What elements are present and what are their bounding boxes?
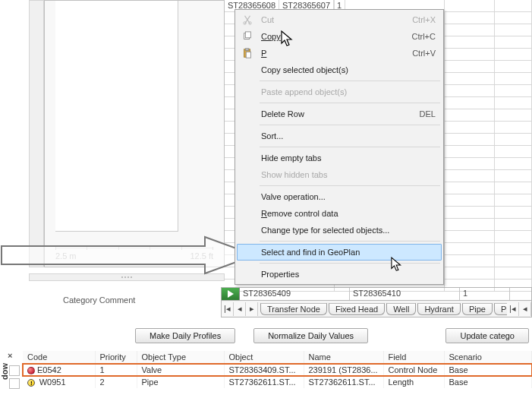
row-handle[interactable] bbox=[9, 378, 20, 389]
th-field[interactable]: Field bbox=[383, 351, 444, 364]
cell-priority: 1 bbox=[95, 364, 137, 377]
ctx-copy-selected[interactable]: Copy selected object(s) bbox=[237, 62, 442, 78]
splitter[interactable] bbox=[29, 273, 225, 281]
ctx-delete-row[interactable]: Delete Row DEL bbox=[237, 106, 442, 122]
ctx-cut-shortcut: Ctrl+X bbox=[412, 15, 436, 24]
ctx-delete-row-label: Delete Row bbox=[261, 109, 304, 118]
ruler-left-label: 2.5 m bbox=[55, 251, 77, 261]
tab-well[interactable]: Well bbox=[386, 303, 416, 315]
ctx-hide-empty-tabs[interactable]: Hide empty tabs bbox=[237, 150, 442, 166]
results-table: Code Priority Object Type Object Name Fi… bbox=[23, 351, 532, 388]
cell-code: E0542 bbox=[37, 365, 61, 374]
ctx-paste-label: P bbox=[261, 49, 266, 58]
ctx-cut-label: Cut bbox=[261, 15, 274, 24]
tab-nav-next[interactable]: ▸ bbox=[246, 302, 258, 316]
ctx-select-find-geoplan[interactable]: Select and find in GeoPlan bbox=[237, 244, 442, 261]
table-header-row: Code Priority Object Type Object Name Fi… bbox=[23, 351, 532, 364]
tabs-row: |◂ ◂ ▸ Transfer Node Fixed Head Well Hyd… bbox=[221, 301, 532, 317]
paste-icon bbox=[241, 46, 254, 60]
cell-name: 239191 (ST2836... bbox=[304, 364, 383, 377]
ctx-cut: Cut Ctrl+X bbox=[237, 11, 442, 28]
separator bbox=[260, 81, 440, 81]
docked-window-label: dow bbox=[0, 363, 9, 380]
ctx-show-hidden-label: Show hidden tabs bbox=[261, 170, 327, 179]
left-gutter bbox=[29, 0, 44, 267]
svg-rect-5 bbox=[245, 49, 248, 51]
tab-nav-next2[interactable]: ◂ bbox=[519, 302, 531, 316]
tabs-container: Transfer Node Fixed Head Well Hydrant Pi… bbox=[258, 302, 507, 315]
play-button[interactable] bbox=[222, 288, 240, 300]
ctx-sort[interactable]: Sort... bbox=[237, 128, 442, 144]
cell-object: ST28363409.ST... bbox=[224, 364, 304, 377]
th-scenario[interactable]: Scenario bbox=[444, 351, 532, 364]
grid-cell[interactable]: ST28365410 bbox=[350, 288, 460, 300]
cell-otype: Valve bbox=[137, 364, 224, 377]
ctx-hide-empty-label: Hide empty tabs bbox=[261, 153, 321, 163]
copy-icon bbox=[241, 30, 254, 43]
svg-rect-3 bbox=[245, 32, 250, 38]
cut-icon bbox=[241, 13, 254, 27]
tab-pipe[interactable]: Pipe bbox=[462, 303, 493, 315]
table-row[interactable]: E0542 1 Valve ST28363409.ST... 239191 (S… bbox=[23, 364, 532, 377]
row-handle[interactable] bbox=[9, 365, 20, 376]
th-object[interactable]: Object bbox=[224, 351, 304, 364]
preview-panel: 2.5 m 12.5 ft bbox=[44, 0, 225, 267]
separator bbox=[260, 125, 440, 125]
grid-cell[interactable]: ST28365409 bbox=[240, 288, 350, 300]
cell-name: ST27362611.ST... bbox=[304, 376, 383, 388]
ctx-remove-control-data[interactable]: Remove control data bbox=[237, 205, 442, 222]
ctx-show-hidden-tabs: Show hidden tabs bbox=[237, 166, 442, 183]
th-object-type[interactable]: Object Type bbox=[137, 351, 224, 364]
category-comment-label: Category Comment bbox=[63, 295, 135, 305]
grid-cell[interactable]: 1 bbox=[460, 288, 510, 300]
ctx-copy-label: Copy bbox=[261, 32, 281, 41]
cell-otype: Pipe bbox=[137, 376, 224, 388]
ctx-copy[interactable]: Copy Ctrl+C bbox=[237, 28, 442, 45]
cell-scenario: Base bbox=[444, 376, 532, 388]
tab-pump-station[interactable]: Pump Station bbox=[494, 303, 507, 315]
ctx-valve-operation[interactable]: Valve operation... bbox=[237, 188, 442, 205]
ctx-select-find-label: Select and find in GeoPlan bbox=[261, 248, 360, 257]
table-row[interactable]: !W0951 2 Pipe ST27362611.ST... ST2736261… bbox=[23, 376, 532, 388]
cell-object: ST27362611.ST... bbox=[224, 376, 304, 388]
normalize-daily-values-button[interactable]: Normalize Daily Values bbox=[253, 328, 368, 343]
tab-hydrant[interactable]: Hydrant bbox=[417, 303, 461, 315]
separator bbox=[260, 241, 440, 242]
button-row: Make Daily Profiles Normalize Daily Valu… bbox=[135, 327, 532, 345]
context-menu: Cut Ctrl+X Copy Ctrl+C P Ctrl+V Copy sel… bbox=[235, 9, 444, 285]
ctx-copy-shortcut: Ctrl+C bbox=[412, 32, 436, 41]
make-daily-profiles-button[interactable]: Make Daily Profiles bbox=[135, 328, 235, 343]
ctx-paste-append-label: Paste append object(s) bbox=[261, 87, 347, 96]
ruler-marks bbox=[55, 247, 213, 250]
tab-transfer-node[interactable]: Transfer Node bbox=[260, 303, 327, 315]
ctx-change-type-label: Change type for selected objects... bbox=[261, 226, 389, 235]
th-name[interactable]: Name bbox=[304, 351, 383, 364]
ctx-copy-selected-label: Copy selected object(s) bbox=[261, 65, 348, 74]
close-panel-button[interactable]: × bbox=[8, 351, 12, 360]
separator bbox=[260, 185, 440, 186]
cell-code: W0951 bbox=[39, 377, 66, 387]
cell-scenario: Base bbox=[444, 364, 532, 377]
separator bbox=[260, 103, 440, 103]
cell-field: Length bbox=[383, 376, 444, 388]
tab-nav-first[interactable]: |◂ bbox=[222, 302, 234, 316]
ctx-properties[interactable]: Properties bbox=[237, 266, 442, 283]
cell-field: Control Node bbox=[383, 364, 444, 377]
th-priority[interactable]: Priority bbox=[95, 351, 137, 364]
ctx-properties-label: Properties bbox=[261, 270, 299, 279]
tab-nav-prev[interactable]: ◂ bbox=[234, 302, 246, 316]
tab-fixed-head[interactable]: Fixed Head bbox=[329, 303, 385, 315]
error-icon bbox=[27, 367, 35, 374]
ctx-change-type[interactable]: Change type for selected objects... bbox=[237, 222, 442, 238]
cell-priority: 2 bbox=[95, 376, 137, 388]
ctx-paste[interactable]: P Ctrl+V bbox=[237, 45, 442, 62]
separator bbox=[260, 263, 440, 264]
ctx-remove-ctrl-label: Remove control data bbox=[261, 209, 338, 218]
ctx-paste-append: Paste append object(s) bbox=[237, 84, 442, 100]
record-nav-strip: ST28365409 ST28365410 1 bbox=[221, 287, 532, 301]
ruler-right-label: 12.5 ft bbox=[190, 251, 213, 261]
update-catego-button[interactable]: Update catego bbox=[445, 328, 529, 343]
tab-nav-prev2[interactable]: |◂ bbox=[507, 302, 519, 316]
th-code[interactable]: Code bbox=[23, 351, 95, 364]
ruler: 2.5 m 12.5 ft bbox=[55, 251, 213, 261]
